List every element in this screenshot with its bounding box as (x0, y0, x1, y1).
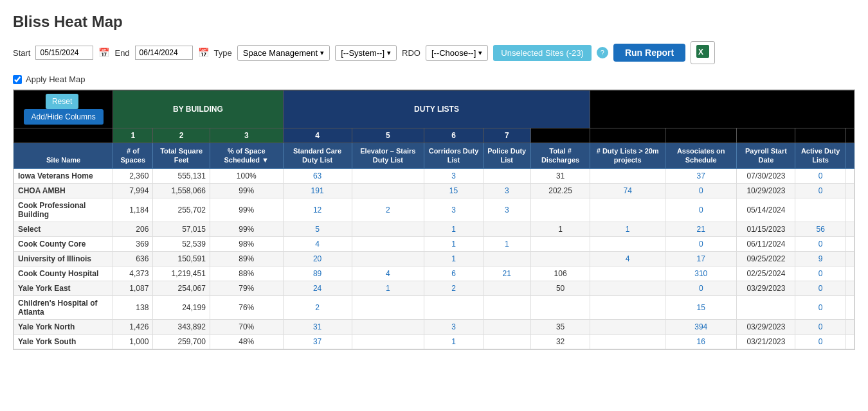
cell-assoc[interactable]: 21 (665, 222, 737, 236)
apply-heatmap-label: Apply Heat Map (26, 74, 86, 84)
cell-sc[interactable]: 31 (283, 319, 352, 334)
cell-duty20[interactable] (590, 266, 665, 281)
cell-police[interactable]: 1 (483, 236, 530, 251)
cell-duty20[interactable] (590, 198, 665, 222)
cell-discharges: 31 (530, 168, 590, 183)
cell-elev[interactable]: 2 (352, 198, 424, 222)
cell-active[interactable]: 0 (795, 281, 845, 295)
cell-duty20[interactable]: 4 (590, 251, 665, 266)
cell-duty20[interactable] (590, 319, 665, 334)
cell-elev[interactable] (352, 334, 424, 349)
apply-heatmap-checkbox[interactable] (13, 75, 22, 84)
reset-button[interactable]: Reset (46, 94, 78, 109)
cell-corr[interactable]: 3 (424, 198, 484, 222)
cell-assoc[interactable]: 37 (665, 168, 737, 183)
cell-police[interactable]: 3 (483, 183, 530, 198)
cell-corr[interactable]: 1 (424, 236, 484, 251)
type-dropdown[interactable]: Space Management (237, 45, 330, 61)
calendar-icon-end[interactable]: 📅 (198, 48, 209, 58)
cell-assoc[interactable]: 17 (665, 251, 737, 266)
cell-assoc[interactable]: 310 (665, 266, 737, 281)
cell-elev[interactable] (352, 168, 424, 183)
cell-extra (845, 266, 854, 281)
cell-elev[interactable] (352, 319, 424, 334)
cell-sc[interactable]: 24 (283, 281, 352, 295)
cell-duty20[interactable] (590, 334, 665, 349)
cell-corr[interactable]: 3 (424, 168, 484, 183)
cell-duty20[interactable] (590, 295, 665, 319)
cell-spaces: 138 (113, 295, 153, 319)
cell-sc[interactable]: 37 (283, 334, 352, 349)
cell-active[interactable]: 0 (795, 295, 845, 319)
cell-corr[interactable]: 15 (424, 183, 484, 198)
cell-police[interactable] (483, 319, 530, 334)
start-date-input[interactable] (35, 46, 93, 60)
cell-duty20[interactable] (590, 168, 665, 183)
cell-corr[interactable]: 1 (424, 251, 484, 266)
cell-sc[interactable]: 89 (283, 266, 352, 281)
cell-spaces: 206 (113, 222, 153, 236)
cell-police[interactable] (483, 334, 530, 349)
cell-sc[interactable]: 191 (283, 183, 352, 198)
cell-elev[interactable] (352, 183, 424, 198)
cell-police[interactable] (483, 251, 530, 266)
cell-elev[interactable] (352, 251, 424, 266)
cell-corr[interactable]: 1 (424, 222, 484, 236)
cell-assoc[interactable]: 0 (665, 198, 737, 222)
cell-sc[interactable]: 5 (283, 222, 352, 236)
cell-police[interactable] (483, 222, 530, 236)
th-pct[interactable]: % of Space Scheduled ▼ (210, 143, 283, 169)
cell-police[interactable]: 21 (483, 266, 530, 281)
cell-active[interactable]: 56 (795, 222, 845, 236)
cell-corr[interactable]: 6 (424, 266, 484, 281)
cell-assoc[interactable]: 0 (665, 236, 737, 251)
cell-sc[interactable]: 2 (283, 295, 352, 319)
cell-active[interactable]: 0 (795, 236, 845, 251)
cell-elev[interactable] (352, 295, 424, 319)
cell-duty20[interactable]: 74 (590, 183, 665, 198)
calendar-icon-start[interactable]: 📅 (98, 48, 109, 58)
cell-sc[interactable]: 20 (283, 251, 352, 266)
cell-duty20[interactable]: 1 (590, 222, 665, 236)
unselected-sites-button[interactable]: Unselected Sites (-23) (493, 45, 592, 61)
table-row: Cook County Hospital4,3731,219,45188%894… (14, 266, 854, 281)
help-icon[interactable]: ? (597, 47, 608, 58)
cell-corr[interactable]: 3 (424, 319, 484, 334)
cell-sc[interactable]: 4 (283, 236, 352, 251)
cell-assoc[interactable]: 394 (665, 319, 737, 334)
cell-police[interactable] (483, 295, 530, 319)
cell-police[interactable] (483, 168, 530, 183)
cell-assoc[interactable]: 15 (665, 295, 737, 319)
cell-sc[interactable]: 12 (283, 198, 352, 222)
end-date-input[interactable] (135, 46, 193, 60)
system-dropdown[interactable]: [--System--] (335, 45, 397, 61)
cell-police[interactable]: 3 (483, 198, 530, 222)
cell-active[interactable]: 0 (795, 266, 845, 281)
cell-duty20[interactable] (590, 281, 665, 295)
cell-active[interactable] (795, 198, 845, 222)
cell-active[interactable]: 0 (795, 319, 845, 334)
cell-assoc[interactable]: 0 (665, 281, 737, 295)
addhide-button[interactable]: Add/Hide Columns (24, 109, 104, 125)
run-report-button[interactable]: Run Report (613, 44, 685, 62)
cell-duty20[interactable] (590, 236, 665, 251)
table-row: University of Illinois636150,59189%20141… (14, 251, 854, 266)
cell-active[interactable]: 0 (795, 168, 845, 183)
cell-corr[interactable]: 1 (424, 334, 484, 349)
cell-active[interactable]: 0 (795, 334, 845, 349)
cell-corr[interactable] (424, 295, 484, 319)
cell-police[interactable] (483, 281, 530, 295)
export-excel-button[interactable]: X (691, 41, 715, 64)
rdo-dropdown[interactable]: [--Choose--] (426, 45, 488, 61)
cell-elev[interactable] (352, 236, 424, 251)
cell-assoc[interactable]: 0 (665, 183, 737, 198)
cell-active[interactable]: 0 (795, 183, 845, 198)
cell-assoc[interactable]: 16 (665, 334, 737, 349)
cell-corr[interactable]: 2 (424, 281, 484, 295)
th-duty20: # Duty Lists > 20m projects (590, 143, 665, 169)
cell-elev[interactable]: 1 (352, 281, 424, 295)
cell-active[interactable]: 9 (795, 251, 845, 266)
cell-elev[interactable] (352, 222, 424, 236)
cell-elev[interactable]: 4 (352, 266, 424, 281)
cell-sc[interactable]: 63 (283, 168, 352, 183)
